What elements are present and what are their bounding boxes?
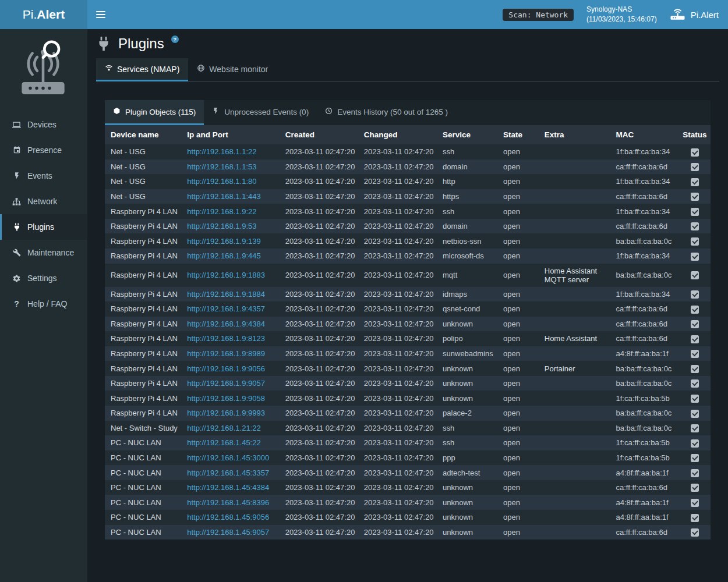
sidebar-item-maintenance[interactable]: Maintenance xyxy=(0,240,87,265)
status-checkbox[interactable] xyxy=(691,499,699,507)
cell-mac: ca:ff:ff:ca:ba:6d xyxy=(612,301,678,317)
subtab-unprocessed-events[interactable]: Unprocessed Events (0) xyxy=(204,100,317,125)
cell-created: 2023-03-11 02:47:20 xyxy=(282,495,361,510)
status-checkbox[interactable] xyxy=(691,320,699,328)
status-checkbox[interactable] xyxy=(691,148,699,157)
col-header-changed[interactable]: Changed xyxy=(361,125,439,144)
status-checkbox[interactable] xyxy=(691,271,699,279)
col-header-status[interactable]: Status xyxy=(679,125,711,144)
sidebar-toggle-button[interactable] xyxy=(87,0,114,29)
status-checkbox[interactable] xyxy=(691,514,699,522)
status-checkbox[interactable] xyxy=(691,335,699,343)
status-checkbox[interactable] xyxy=(691,350,699,358)
sidebar-item-help-faq[interactable]: ? Help / FAQ xyxy=(0,291,87,317)
ip-port-link[interactable]: http://192.168.1.9:8123 xyxy=(187,334,265,343)
signal-icon xyxy=(105,64,113,74)
status-checkbox[interactable] xyxy=(691,290,699,299)
status-checkbox[interactable] xyxy=(691,469,699,477)
col-header-extra[interactable]: Extra xyxy=(541,125,613,144)
ip-port-link[interactable]: http://192.168.1.9:8989 xyxy=(187,349,265,358)
col-header-service[interactable]: Service xyxy=(439,125,500,144)
table-row: Raspberry Pi 4 LANhttp://192.168.1.9:139… xyxy=(105,233,711,249)
cell-extra xyxy=(541,159,613,175)
ip-port-link[interactable]: http://192.168.1.9:53 xyxy=(187,222,256,230)
sidebar-item-plugins[interactable]: Plugins xyxy=(0,214,87,240)
table-row: Net - USGhttp://192.168.1.1:4432023-03-1… xyxy=(105,189,711,204)
status-checkbox[interactable] xyxy=(691,253,699,261)
status-checkbox[interactable] xyxy=(691,193,699,201)
col-header-mac[interactable]: MAC xyxy=(612,125,678,144)
status-checkbox[interactable] xyxy=(691,410,699,418)
ip-port-link[interactable]: http://192.168.1.9:445 xyxy=(187,251,261,260)
ip-port-link[interactable]: http://192.168.1.9:139 xyxy=(187,237,261,246)
ip-port-link[interactable]: http://192.168.1.21:22 xyxy=(187,424,261,432)
col-header-ip-and-port[interactable]: Ip and Port xyxy=(183,125,281,144)
ip-port-link[interactable]: http://192.168.1.45:9056 xyxy=(187,513,269,521)
sidebar-item-devices[interactable]: Devices xyxy=(0,112,87,137)
cell-ip-port: http://192.168.1.9:8123 xyxy=(183,331,281,346)
status-checkbox[interactable] xyxy=(691,379,699,388)
cell-mac: ba:ba:ff:ca:ba:0c xyxy=(612,264,678,287)
cell-mac: ba:ba:ff:ca:ba:0c xyxy=(612,361,678,376)
ip-port-link[interactable]: http://192.168.1.9:9056 xyxy=(187,364,265,373)
ip-port-link[interactable]: http://192.168.1.45:3357 xyxy=(187,469,269,477)
cell-changed: 2023-03-11 02:47:20 xyxy=(361,219,439,234)
ip-port-link[interactable]: http://192.168.1.9:1884 xyxy=(187,290,265,299)
sidebar-item-network[interactable]: Network xyxy=(0,189,87,214)
status-checkbox[interactable] xyxy=(691,208,699,216)
sidebar-item-presence[interactable]: Presence xyxy=(0,137,87,163)
status-checkbox[interactable] xyxy=(691,424,699,432)
subtab-plugin-objects[interactable]: Plugin Objects (115) xyxy=(105,100,204,125)
header-brand: Pi.Alert xyxy=(670,7,719,22)
ip-port-link[interactable]: http://192.168.1.45:3000 xyxy=(187,453,269,462)
status-checkbox[interactable] xyxy=(691,439,699,448)
ip-port-link[interactable]: http://192.168.1.1:22 xyxy=(187,147,256,156)
status-checkbox[interactable] xyxy=(691,222,699,230)
ip-port-link[interactable]: http://192.168.1.45:22 xyxy=(187,438,261,447)
gear-icon xyxy=(12,274,22,283)
ip-port-link[interactable]: http://192.168.1.9:9057 xyxy=(187,379,265,388)
col-header-device-name[interactable]: Device name xyxy=(105,125,183,144)
cell-created: 2023-03-11 02:47:20 xyxy=(282,421,361,436)
cell-mac: a4:8f:ff:aa:ba:1f xyxy=(612,510,678,525)
bolt-icon xyxy=(212,107,220,116)
ip-port-link[interactable]: http://192.168.1.45:8396 xyxy=(187,498,269,507)
ip-port-link[interactable]: http://192.168.1.9:22 xyxy=(187,207,256,216)
status-checkbox[interactable] xyxy=(691,454,699,462)
tab-website-monitor[interactable]: Website monitor xyxy=(188,58,277,81)
ip-port-link[interactable]: http://192.168.1.9:4357 xyxy=(187,304,265,313)
status-checkbox[interactable] xyxy=(691,306,699,314)
cell-status xyxy=(679,189,711,204)
status-checkbox[interactable] xyxy=(691,237,699,246)
status-checkbox[interactable] xyxy=(691,528,699,537)
status-checkbox[interactable] xyxy=(691,163,699,171)
cell-ip-port: http://192.168.1.45:8396 xyxy=(183,495,281,510)
ip-port-link[interactable]: http://192.168.1.9:9993 xyxy=(187,409,265,417)
cell-ip-port: http://192.168.1.45:9057 xyxy=(183,525,281,540)
cell-changed: 2023-03-11 02:47:20 xyxy=(361,510,439,525)
cell-extra xyxy=(541,376,613,391)
status-checkbox[interactable] xyxy=(691,395,699,403)
tab-services-nmap[interactable]: Services (NMAP) xyxy=(96,58,188,81)
ip-port-link[interactable]: http://192.168.1.45:4384 xyxy=(187,483,269,492)
sidebar-item-events[interactable]: Events xyxy=(0,163,87,189)
status-checkbox[interactable] xyxy=(691,365,699,373)
col-header-state[interactable]: State xyxy=(500,125,541,144)
sidebar-item-settings[interactable]: Settings xyxy=(0,265,87,291)
status-checkbox[interactable] xyxy=(691,178,699,186)
ip-port-link[interactable]: http://192.168.1.9:4384 xyxy=(187,320,265,328)
table-row: Net - USGhttp://192.168.1.1:222023-03-11… xyxy=(105,144,711,159)
ip-port-link[interactable]: http://192.168.1.45:9057 xyxy=(187,528,269,537)
cell-ip-port: http://192.168.1.9:22 xyxy=(183,204,281,219)
ip-port-link[interactable]: http://192.168.1.1:443 xyxy=(187,192,261,201)
app-logo[interactable]: Pi.Alert xyxy=(0,0,87,29)
ip-port-link[interactable]: http://192.168.1.1:53 xyxy=(187,162,256,171)
cell-extra xyxy=(541,510,613,525)
ip-port-link[interactable]: http://192.168.1.1:80 xyxy=(187,177,256,186)
help-badge[interactable]: ? xyxy=(171,36,179,43)
ip-port-link[interactable]: http://192.168.1.9:9058 xyxy=(187,394,265,403)
ip-port-link[interactable]: http://192.168.1.9:1883 xyxy=(187,271,265,279)
status-checkbox[interactable] xyxy=(691,484,699,492)
subtab-events-history[interactable]: Events History (50 out of 1265 ) xyxy=(317,100,456,125)
col-header-created[interactable]: Created xyxy=(282,125,361,144)
